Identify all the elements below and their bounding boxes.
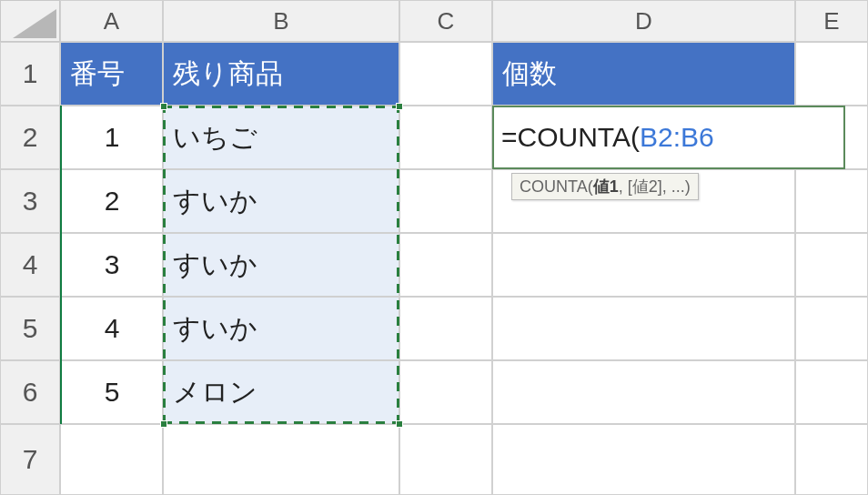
cell-C3[interactable] (399, 169, 492, 233)
formula-eq: = (501, 122, 518, 153)
range-handle-br[interactable] (396, 420, 403, 428)
cell-B4[interactable]: すいか (163, 233, 399, 297)
row-header-5[interactable]: 5 (0, 297, 60, 360)
col-header-A[interactable]: A (60, 0, 163, 42)
cell-B1[interactable]: 残り商品 (163, 42, 399, 106)
cell-C2[interactable] (399, 106, 492, 169)
cell-E1[interactable] (795, 42, 868, 106)
tooltip-rest: , [値2], ...) (619, 177, 691, 196)
cell-E6[interactable] (795, 360, 868, 424)
cell-C7[interactable] (399, 424, 492, 495)
cell-D6[interactable] (492, 360, 795, 424)
tooltip-fn: COUNTA( (520, 177, 593, 196)
function-tooltip[interactable]: COUNTA(値1, [値2], ...) (511, 173, 699, 200)
spreadsheet[interactable]: A B C D E 1 2 3 4 5 6 7 番号 残り商品 個数 1 いちご… (0, 0, 868, 495)
cell-A5[interactable]: 4 (60, 297, 163, 360)
row-header-2[interactable]: 2 (0, 106, 60, 169)
col-header-C[interactable]: C (399, 0, 492, 42)
range-handle-tr[interactable] (396, 103, 403, 110)
cell-B6[interactable]: メロン (163, 360, 399, 424)
cell-C4[interactable] (399, 233, 492, 297)
row-header-3[interactable]: 3 (0, 169, 60, 233)
cell-D5[interactable] (492, 297, 795, 360)
row-header-6[interactable]: 6 (0, 360, 60, 424)
cell-C1[interactable] (399, 42, 492, 106)
formula-fn: COUNTA( (518, 122, 640, 153)
cell-A3[interactable]: 2 (60, 169, 163, 233)
col-header-D[interactable]: D (492, 0, 795, 42)
range-handle-tl[interactable] (160, 103, 167, 110)
cell-D1[interactable]: 個数 (492, 42, 795, 106)
formula-input[interactable]: =COUNTA(B2:B6 (501, 106, 714, 169)
tooltip-arg1: 値1 (593, 177, 619, 196)
cell-A7[interactable] (60, 424, 163, 495)
cell-A4[interactable]: 3 (60, 233, 163, 297)
cell-B7[interactable] (163, 424, 399, 495)
cell-E2[interactable] (795, 106, 868, 169)
cell-E3[interactable] (795, 169, 868, 233)
row-header-7[interactable]: 7 (0, 424, 60, 495)
cell-C5[interactable] (399, 297, 492, 360)
cell-B3[interactable]: すいか (163, 169, 399, 233)
formula-ref: B2:B6 (640, 122, 714, 153)
row-header-4[interactable]: 4 (0, 233, 60, 297)
col-header-B[interactable]: B (163, 0, 399, 42)
row-header-1[interactable]: 1 (0, 42, 60, 106)
col-header-E[interactable]: E (795, 0, 868, 42)
cell-E4[interactable] (795, 233, 868, 297)
cell-A6[interactable]: 5 (60, 360, 163, 424)
cell-D4[interactable] (492, 233, 795, 297)
select-all-corner[interactable] (0, 0, 60, 42)
cell-C6[interactable] (399, 360, 492, 424)
cell-B5[interactable]: すいか (163, 297, 399, 360)
cell-B2[interactable]: いちご (163, 106, 399, 169)
cell-E5[interactable] (795, 297, 868, 360)
cell-E7[interactable] (795, 424, 868, 495)
range-handle-bl[interactable] (160, 420, 167, 428)
cell-D7[interactable] (492, 424, 795, 495)
cell-A2[interactable]: 1 (60, 106, 163, 169)
cell-A1[interactable]: 番号 (60, 42, 163, 106)
